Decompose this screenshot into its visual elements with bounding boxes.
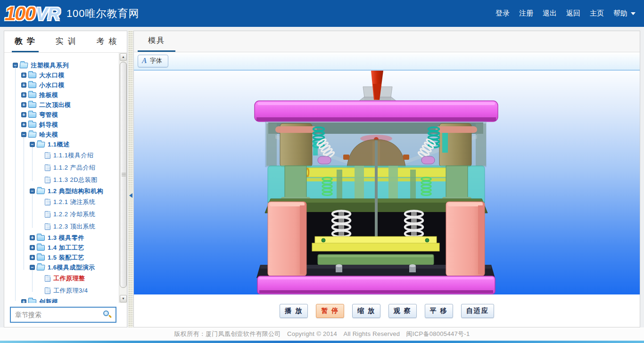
- scroll-up-icon[interactable]: ▲: [120, 53, 127, 61]
- folder-icon: [37, 245, 45, 251]
- sidebar-scrollbar[interactable]: ▲ ▼: [119, 53, 127, 303]
- tree-item[interactable]: −1.6模具成型演示: [4, 262, 119, 272]
- tree-item[interactable]: −1.2 典型结构和机构: [4, 186, 119, 196]
- font-button[interactable]: A 字体: [138, 55, 168, 67]
- tree-item[interactable]: +创新模: [4, 297, 119, 303]
- folder-icon: [28, 73, 36, 78]
- tree-item-label: 推板模: [39, 91, 58, 99]
- scrollbar-thumb[interactable]: [120, 62, 127, 288]
- tree-item-label: 斜导模: [39, 121, 58, 129]
- font-a-icon: A: [142, 57, 147, 65]
- collapse-toggle-icon[interactable]: −: [30, 142, 35, 147]
- expand-toggle-icon[interactable]: +: [30, 245, 35, 250]
- nav-link[interactable]: 主页: [590, 9, 604, 18]
- control-button[interactable]: 暂 停: [316, 304, 344, 318]
- tree-item[interactable]: −1.1概述: [4, 139, 119, 149]
- expand-toggle-icon[interactable]: +: [21, 92, 26, 98]
- chapter-search-input[interactable]: [11, 308, 116, 322]
- tree-item[interactable]: +大水口模: [4, 70, 119, 80]
- nav-link[interactable]: 登录: [495, 9, 510, 18]
- sidebar-tab[interactable]: 教 学: [12, 31, 39, 52]
- sidebar: 教 学实 训考 核 −注塑模具系列+大水口模+小水口模+推板模+二次顶出模+弯管…: [4, 31, 127, 327]
- tree-item-label: 1.3 模具零件: [48, 234, 84, 242]
- collapse-toggle-icon[interactable]: −: [21, 132, 26, 137]
- document-icon: [45, 287, 50, 294]
- folder-icon: [28, 102, 36, 108]
- search-handle: [108, 315, 112, 318]
- logo-100vr-icon: 100 VR: [5, 4, 60, 24]
- 3d-viewer-canvas[interactable]: [134, 70, 640, 295]
- tree-guide-line: [24, 138, 24, 270]
- expand-toggle-icon[interactable]: +: [30, 255, 35, 260]
- folder-icon: [37, 235, 45, 241]
- expand-toggle-icon[interactable]: +: [30, 235, 35, 240]
- expand-toggle-icon[interactable]: +: [21, 102, 26, 107]
- collapse-sidebar-button[interactable]: [128, 190, 133, 201]
- tree-item[interactable]: +斜导模: [4, 120, 119, 130]
- tree-item-label: 1.1.2 产品介绍: [53, 163, 96, 172]
- tree-item[interactable]: +推板模: [4, 90, 119, 100]
- folder-icon: [37, 255, 45, 261]
- collapse-toggle-icon[interactable]: −: [30, 265, 35, 270]
- collapse-toggle-icon[interactable]: −: [30, 188, 35, 194]
- tree-item[interactable]: 工作原理3/4: [4, 285, 119, 297]
- search-icon[interactable]: [103, 310, 112, 319]
- tree-item[interactable]: +小水口模: [4, 80, 119, 90]
- tree-item-label: 1.2.1 浇注系统: [53, 198, 96, 206]
- bottom-accent-strip: [0, 341, 644, 343]
- tree-item[interactable]: 1.1.1模具介绍: [4, 149, 119, 162]
- tree-item[interactable]: 1.1.3 2D总装图: [4, 174, 119, 186]
- document-icon: [45, 164, 50, 171]
- expand-toggle-icon[interactable]: +: [21, 73, 26, 78]
- tree-item[interactable]: +二次顶出模: [4, 100, 119, 110]
- mold-3d-model: [134, 71, 640, 295]
- control-button[interactable]: 自适应: [461, 304, 494, 318]
- tree-item[interactable]: +弯管模: [4, 110, 119, 120]
- scroll-down-icon[interactable]: ▼: [120, 295, 127, 302]
- sidebar-tab[interactable]: 考 核: [93, 31, 120, 52]
- panel-splitter[interactable]: [128, 31, 133, 327]
- tree-guide-line: [32, 194, 33, 228]
- tree-item[interactable]: 1.2.1 浇注系统: [4, 196, 119, 208]
- viewer-toolbar: A 字体: [134, 52, 640, 70]
- nav-link[interactable]: 注册: [519, 9, 533, 18]
- logo[interactable]: 100 VR 100唯尔教育网: [5, 4, 140, 24]
- tree-item-label: 1.1概述: [48, 140, 70, 149]
- tab-mold-label: 模具: [148, 36, 165, 46]
- chapter-tree: −注塑模具系列+大水口模+小水口模+推板模+二次顶出模+弯管模+斜导模−哈夫模−…: [4, 53, 119, 303]
- tree-item[interactable]: 1.2.3 顶出系统: [4, 220, 119, 233]
- expand-toggle-icon[interactable]: +: [21, 122, 26, 127]
- nav-link[interactable]: 返回: [566, 9, 580, 18]
- tree-item[interactable]: −哈夫模: [4, 130, 119, 139]
- tree-item[interactable]: +1.4 加工工艺: [4, 243, 119, 253]
- folder-icon: [28, 92, 36, 98]
- expand-toggle-icon[interactable]: +: [21, 82, 26, 88]
- tree-item-label: 大水口模: [39, 71, 65, 80]
- tree-item[interactable]: +1.5 装配工艺: [4, 253, 119, 262]
- tree-item[interactable]: 1.2.2 冷却系统: [4, 208, 119, 220]
- folder-open-icon: [28, 132, 36, 138]
- tree-item[interactable]: +1.3 模具零件: [4, 233, 119, 243]
- search-area: [4, 303, 127, 327]
- tab-mold[interactable]: 模具: [138, 31, 175, 52]
- tree-item[interactable]: −注塑模具系列: [4, 60, 119, 70]
- tree-item[interactable]: 工作原理整: [4, 272, 119, 285]
- chapter-search-box: [10, 307, 116, 323]
- sidebar-tab[interactable]: 实 训: [53, 31, 80, 52]
- expand-toggle-icon[interactable]: +: [21, 112, 26, 117]
- nav-link[interactable]: 帮助: [613, 9, 636, 18]
- nav-link[interactable]: 退出: [543, 9, 557, 18]
- tree-item[interactable]: 1.1.2 产品介绍: [4, 162, 119, 174]
- tree-item-label: 二次顶出模: [39, 101, 71, 109]
- control-button[interactable]: 观 察: [388, 304, 417, 318]
- document-icon: [45, 223, 50, 230]
- document-icon: [45, 211, 50, 218]
- expand-toggle-icon[interactable]: +: [21, 299, 26, 303]
- folder-open-icon: [36, 188, 45, 194]
- control-button[interactable]: 播 放: [280, 304, 308, 318]
- tree-item-label: 1.4 加工工艺: [48, 244, 84, 252]
- control-button[interactable]: 缩 放: [352, 304, 380, 318]
- tree-item-label: 1.2.3 顶出系统: [53, 222, 96, 231]
- control-button[interactable]: 平 移: [425, 304, 453, 318]
- tree-item-label: 1.6模具成型演示: [48, 263, 95, 272]
